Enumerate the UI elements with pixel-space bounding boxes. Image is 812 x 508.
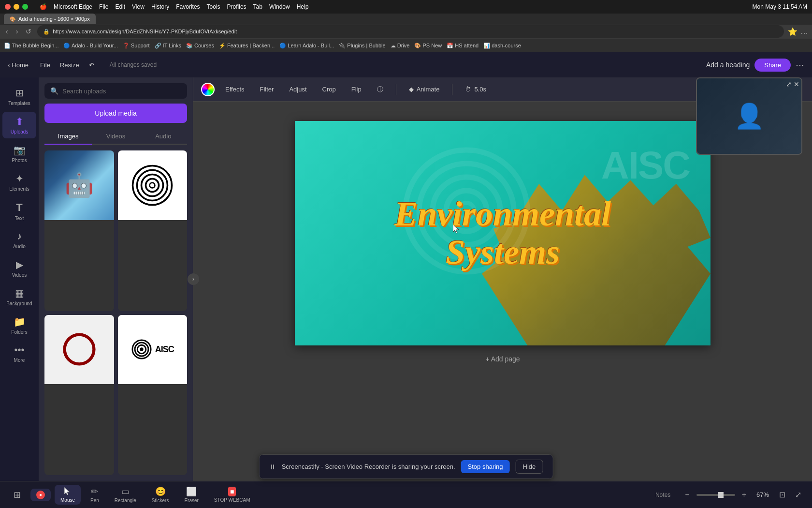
tools-menu[interactable]: Tools	[207, 3, 220, 10]
apps-btn[interactable]: ⊞	[8, 488, 27, 502]
rectangle-tool[interactable]: ▭ Rectangle	[109, 484, 142, 505]
bookmark-8[interactable]: 🔌 Plugins | Bubble	[339, 43, 385, 49]
minimize-btn[interactable]	[14, 4, 19, 10]
share-button[interactable]: Share	[754, 59, 791, 72]
background-icon: ▦	[15, 287, 24, 299]
stop-webcam-tool[interactable]: ■ STOP WEBCAM	[208, 485, 256, 505]
active-tab[interactable]: 🎨 Add a heading - 1600 × 900px	[4, 14, 96, 24]
mouse-tool[interactable]: Mouse	[55, 485, 81, 505]
videos-label: Videos	[12, 272, 27, 278]
apple-menu[interactable]: 🍎	[40, 3, 47, 10]
tab-menu[interactable]: Tab	[253, 3, 262, 10]
back-btn[interactable]: ‹	[4, 27, 10, 36]
window-menu[interactable]: Window	[269, 3, 290, 10]
tab-videos[interactable]: Videos	[92, 129, 139, 145]
zoom-slider[interactable]	[696, 494, 735, 496]
bookmark-12[interactable]: 📊 dash-course	[483, 43, 521, 49]
bookmark-9[interactable]: ☁ Drive	[391, 43, 410, 49]
bookmark-6[interactable]: ⚡ Features | Backen...	[219, 43, 275, 49]
file-btn[interactable]: File	[36, 60, 54, 71]
bookmark-5[interactable]: 📚 Courses	[186, 43, 214, 49]
info-btn[interactable]: ⓘ	[372, 83, 388, 96]
toolbar-separator-2	[452, 84, 452, 95]
tab-title: Add a heading - 1600 × 900px	[18, 16, 90, 22]
color-picker[interactable]	[201, 83, 215, 96]
zoom-out-btn[interactable]: −	[682, 490, 692, 500]
reload-btn[interactable]: ↺	[24, 27, 33, 36]
upload-item-red-circle[interactable]	[44, 315, 114, 476]
stickers-tool[interactable]: 😊 Stickers	[146, 484, 175, 505]
close-btn[interactable]	[5, 4, 11, 10]
bookmark-4[interactable]: 🔗 IT Links	[155, 43, 181, 49]
timer-btn[interactable]: ⏱ 5.0s	[460, 83, 491, 95]
resize-btn[interactable]: Resize	[56, 60, 83, 71]
history-menu[interactable]: History	[151, 3, 169, 10]
app-name[interactable]: Microsoft Edge	[54, 3, 92, 10]
search-bar[interactable]: 🔍	[44, 83, 187, 99]
sidebar-item-more[interactable]: ••• More	[2, 341, 36, 367]
sidebar-collapse-btn[interactable]: ›	[188, 273, 199, 285]
stop-sharing-button[interactable]: Stop sharing	[461, 460, 510, 473]
edit-menu[interactable]: Edit	[115, 3, 125, 10]
design-canvas[interactable]: AISC Environmental Systems	[295, 121, 710, 345]
url-text: https://www.canva.com/design/DAEdZhNSIHc…	[53, 29, 237, 34]
sidebar-item-elements[interactable]: ✦ Elements	[2, 169, 36, 195]
favorites-menu[interactable]: Favorites	[176, 3, 200, 10]
extensions-btn[interactable]: ⭐	[788, 27, 798, 36]
animate-btn[interactable]: ◆ Animate	[404, 83, 445, 95]
upload-media-button[interactable]: Upload media	[44, 104, 187, 123]
search-input[interactable]	[62, 88, 181, 95]
more-options-btn[interactable]: ⋯	[796, 60, 804, 70]
upload-item-aisc[interactable]: AISC	[118, 315, 188, 476]
menu-btn[interactable]: …	[800, 27, 808, 36]
pen-tool[interactable]: ✏ Pen	[85, 484, 105, 505]
bookmark-11[interactable]: 📅 HS attend	[447, 43, 478, 49]
crop-btn[interactable]: Crop	[318, 83, 341, 95]
flip-btn[interactable]: Flip	[347, 83, 366, 95]
webcam-expand-btn[interactable]: ⤢	[786, 80, 792, 88]
help-menu[interactable]: Help	[297, 3, 309, 10]
sidebar-item-audio[interactable]: ♪ Audio	[2, 227, 36, 253]
bookmark-1[interactable]: 📄 The Bubble Begin...	[4, 43, 58, 49]
canvas-watermark: AISC	[601, 143, 690, 188]
profiles-menu[interactable]: Profiles	[227, 3, 246, 10]
sidebar-item-videos[interactable]: ▶ Videos	[2, 255, 36, 282]
webcam-close-btn[interactable]: ✕	[794, 80, 799, 88]
bookmark-3[interactable]: ❓ Support	[123, 43, 150, 49]
filter-btn[interactable]: Filter	[255, 83, 279, 95]
eraser-tool[interactable]: ⬜ Eraser	[178, 484, 204, 505]
tab-images[interactable]: Images	[44, 129, 92, 145]
file-menu[interactable]: File	[99, 3, 108, 10]
mac-traffic-lights[interactable]	[5, 4, 28, 10]
canvas-main-text[interactable]: Environmental Systems	[394, 195, 611, 271]
hide-button[interactable]: Hide	[516, 460, 543, 474]
maximize-btn[interactable]	[22, 4, 28, 10]
canvas-scroll[interactable]: AISC Environmental Systems	[193, 102, 812, 481]
view-menu[interactable]: View	[132, 3, 145, 10]
bookmark-7[interactable]: 🔵 Learn Adalo - Buil...	[279, 43, 334, 49]
forward-btn[interactable]: ›	[14, 27, 20, 36]
fit-page-btn[interactable]: ⊡	[776, 489, 788, 500]
sidebar-item-uploads[interactable]: ⬆ Uploads	[2, 112, 36, 138]
fullscreen-btn[interactable]: ⤢	[792, 489, 804, 500]
sidebar-item-photos[interactable]: 📷 Photos	[2, 140, 36, 167]
undo-btn[interactable]: ↶	[85, 60, 98, 71]
upload-item-spiral[interactable]	[118, 150, 188, 311]
home-button[interactable]: ‹ Home	[8, 61, 29, 69]
sidebar-item-text[interactable]: T Text	[2, 197, 36, 225]
adjust-btn[interactable]: Adjust	[284, 83, 311, 95]
effects-btn[interactable]: Effects	[220, 83, 249, 95]
tab-audio[interactable]: Audio	[140, 129, 187, 145]
add-page-btn[interactable]: + Add page	[476, 345, 529, 373]
bookmark-2[interactable]: 🔵 Adalo - Build Your...	[63, 43, 117, 49]
templates-label: Templates	[8, 101, 30, 106]
upload-item-transformers[interactable]	[44, 150, 114, 311]
sidebar-item-templates[interactable]: ⊞ Templates	[2, 83, 36, 110]
address-bar[interactable]: 🔒 https://www.canva.com/design/DAEdZhNSI…	[37, 25, 784, 38]
notes-btn[interactable]: Notes	[648, 488, 678, 502]
sidebar-item-background[interactable]: ▦ Background	[2, 284, 36, 310]
bookmark-10[interactable]: 🎨 PS New	[414, 43, 442, 49]
sidebar-item-folders[interactable]: 📁 Folders	[2, 312, 36, 339]
recording-indicator[interactable]: ●	[30, 489, 51, 501]
zoom-in-btn[interactable]: +	[739, 490, 749, 500]
